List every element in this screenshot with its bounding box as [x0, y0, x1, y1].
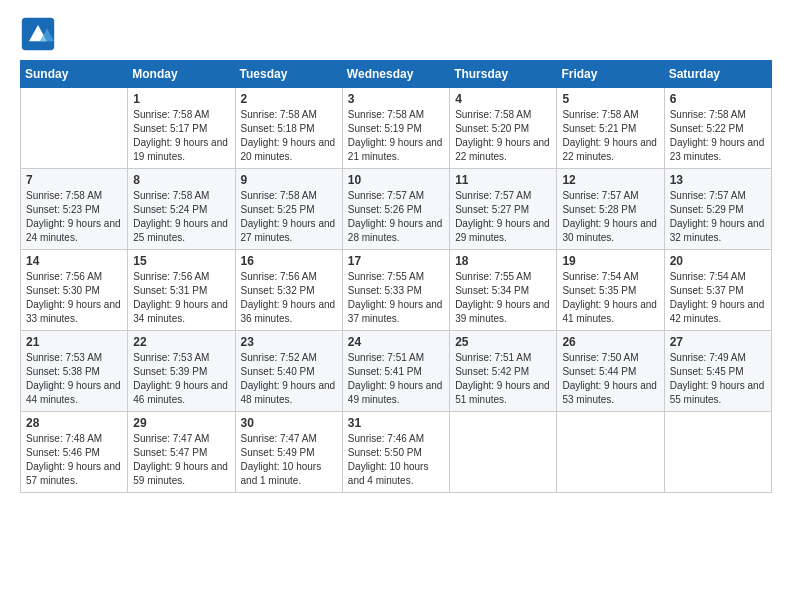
day-info: Sunrise: 7:48 AM Sunset: 5:46 PM Dayligh…: [26, 432, 122, 488]
day-info: Sunrise: 7:56 AM Sunset: 5:30 PM Dayligh…: [26, 270, 122, 326]
day-number: 4: [455, 92, 551, 106]
day-cell: 31 Sunrise: 7:46 AM Sunset: 5:50 PM Dayl…: [342, 412, 449, 493]
day-number: 22: [133, 335, 229, 349]
calendar: SundayMondayTuesdayWednesdayThursdayFrid…: [20, 60, 772, 493]
day-number: 26: [562, 335, 658, 349]
day-number: 24: [348, 335, 444, 349]
day-info: Sunrise: 7:57 AM Sunset: 5:28 PM Dayligh…: [562, 189, 658, 245]
week-row-5: 28 Sunrise: 7:48 AM Sunset: 5:46 PM Dayl…: [21, 412, 772, 493]
day-cell: 12 Sunrise: 7:57 AM Sunset: 5:28 PM Dayl…: [557, 169, 664, 250]
day-info: Sunrise: 7:58 AM Sunset: 5:22 PM Dayligh…: [670, 108, 766, 164]
header: [20, 16, 772, 52]
day-number: 13: [670, 173, 766, 187]
day-number: 14: [26, 254, 122, 268]
header-row: SundayMondayTuesdayWednesdayThursdayFrid…: [21, 61, 772, 88]
day-cell: 3 Sunrise: 7:58 AM Sunset: 5:19 PM Dayli…: [342, 88, 449, 169]
day-cell: 18 Sunrise: 7:55 AM Sunset: 5:34 PM Dayl…: [450, 250, 557, 331]
day-number: 2: [241, 92, 337, 106]
day-cell: [450, 412, 557, 493]
day-cell: 26 Sunrise: 7:50 AM Sunset: 5:44 PM Dayl…: [557, 331, 664, 412]
day-cell: 23 Sunrise: 7:52 AM Sunset: 5:40 PM Dayl…: [235, 331, 342, 412]
day-cell: 1 Sunrise: 7:58 AM Sunset: 5:17 PM Dayli…: [128, 88, 235, 169]
day-cell: 19 Sunrise: 7:54 AM Sunset: 5:35 PM Dayl…: [557, 250, 664, 331]
day-number: 10: [348, 173, 444, 187]
day-info: Sunrise: 7:46 AM Sunset: 5:50 PM Dayligh…: [348, 432, 444, 488]
day-info: Sunrise: 7:57 AM Sunset: 5:26 PM Dayligh…: [348, 189, 444, 245]
day-cell: [664, 412, 771, 493]
day-info: Sunrise: 7:50 AM Sunset: 5:44 PM Dayligh…: [562, 351, 658, 407]
day-info: Sunrise: 7:58 AM Sunset: 5:23 PM Dayligh…: [26, 189, 122, 245]
day-number: 8: [133, 173, 229, 187]
day-number: 7: [26, 173, 122, 187]
day-header-wednesday: Wednesday: [342, 61, 449, 88]
day-number: 25: [455, 335, 551, 349]
logo-icon: [20, 16, 56, 52]
day-number: 17: [348, 254, 444, 268]
day-info: Sunrise: 7:54 AM Sunset: 5:37 PM Dayligh…: [670, 270, 766, 326]
day-cell: 17 Sunrise: 7:55 AM Sunset: 5:33 PM Dayl…: [342, 250, 449, 331]
day-info: Sunrise: 7:58 AM Sunset: 5:25 PM Dayligh…: [241, 189, 337, 245]
day-number: 3: [348, 92, 444, 106]
day-cell: 29 Sunrise: 7:47 AM Sunset: 5:47 PM Dayl…: [128, 412, 235, 493]
day-info: Sunrise: 7:55 AM Sunset: 5:34 PM Dayligh…: [455, 270, 551, 326]
day-number: 1: [133, 92, 229, 106]
day-cell: 10 Sunrise: 7:57 AM Sunset: 5:26 PM Dayl…: [342, 169, 449, 250]
day-cell: 25 Sunrise: 7:51 AM Sunset: 5:42 PM Dayl…: [450, 331, 557, 412]
day-cell: 28 Sunrise: 7:48 AM Sunset: 5:46 PM Dayl…: [21, 412, 128, 493]
day-info: Sunrise: 7:58 AM Sunset: 5:20 PM Dayligh…: [455, 108, 551, 164]
day-cell: 21 Sunrise: 7:53 AM Sunset: 5:38 PM Dayl…: [21, 331, 128, 412]
day-header-monday: Monday: [128, 61, 235, 88]
day-cell: 13 Sunrise: 7:57 AM Sunset: 5:29 PM Dayl…: [664, 169, 771, 250]
day-info: Sunrise: 7:57 AM Sunset: 5:27 PM Dayligh…: [455, 189, 551, 245]
day-number: 15: [133, 254, 229, 268]
day-cell: 14 Sunrise: 7:56 AM Sunset: 5:30 PM Dayl…: [21, 250, 128, 331]
day-number: 6: [670, 92, 766, 106]
day-cell: 16 Sunrise: 7:56 AM Sunset: 5:32 PM Dayl…: [235, 250, 342, 331]
day-info: Sunrise: 7:58 AM Sunset: 5:24 PM Dayligh…: [133, 189, 229, 245]
day-cell: 22 Sunrise: 7:53 AM Sunset: 5:39 PM Dayl…: [128, 331, 235, 412]
day-info: Sunrise: 7:58 AM Sunset: 5:19 PM Dayligh…: [348, 108, 444, 164]
day-cell: 9 Sunrise: 7:58 AM Sunset: 5:25 PM Dayli…: [235, 169, 342, 250]
day-cell: [21, 88, 128, 169]
day-info: Sunrise: 7:55 AM Sunset: 5:33 PM Dayligh…: [348, 270, 444, 326]
day-number: 28: [26, 416, 122, 430]
day-header-tuesday: Tuesday: [235, 61, 342, 88]
day-header-thursday: Thursday: [450, 61, 557, 88]
day-cell: 15 Sunrise: 7:56 AM Sunset: 5:31 PM Dayl…: [128, 250, 235, 331]
day-number: 5: [562, 92, 658, 106]
day-info: Sunrise: 7:52 AM Sunset: 5:40 PM Dayligh…: [241, 351, 337, 407]
day-number: 12: [562, 173, 658, 187]
day-number: 19: [562, 254, 658, 268]
day-header-saturday: Saturday: [664, 61, 771, 88]
day-cell: 2 Sunrise: 7:58 AM Sunset: 5:18 PM Dayli…: [235, 88, 342, 169]
day-info: Sunrise: 7:51 AM Sunset: 5:41 PM Dayligh…: [348, 351, 444, 407]
day-cell: 4 Sunrise: 7:58 AM Sunset: 5:20 PM Dayli…: [450, 88, 557, 169]
day-number: 11: [455, 173, 551, 187]
day-number: 23: [241, 335, 337, 349]
day-header-sunday: Sunday: [21, 61, 128, 88]
day-number: 30: [241, 416, 337, 430]
day-info: Sunrise: 7:54 AM Sunset: 5:35 PM Dayligh…: [562, 270, 658, 326]
day-cell: 24 Sunrise: 7:51 AM Sunset: 5:41 PM Dayl…: [342, 331, 449, 412]
day-info: Sunrise: 7:47 AM Sunset: 5:47 PM Dayligh…: [133, 432, 229, 488]
day-number: 16: [241, 254, 337, 268]
logo: [20, 16, 60, 52]
day-number: 9: [241, 173, 337, 187]
day-number: 20: [670, 254, 766, 268]
week-row-1: 1 Sunrise: 7:58 AM Sunset: 5:17 PM Dayli…: [21, 88, 772, 169]
day-cell: 6 Sunrise: 7:58 AM Sunset: 5:22 PM Dayli…: [664, 88, 771, 169]
day-info: Sunrise: 7:53 AM Sunset: 5:38 PM Dayligh…: [26, 351, 122, 407]
day-info: Sunrise: 7:57 AM Sunset: 5:29 PM Dayligh…: [670, 189, 766, 245]
day-cell: 30 Sunrise: 7:47 AM Sunset: 5:49 PM Dayl…: [235, 412, 342, 493]
day-number: 21: [26, 335, 122, 349]
day-cell: [557, 412, 664, 493]
day-cell: 5 Sunrise: 7:58 AM Sunset: 5:21 PM Dayli…: [557, 88, 664, 169]
week-row-2: 7 Sunrise: 7:58 AM Sunset: 5:23 PM Dayli…: [21, 169, 772, 250]
day-info: Sunrise: 7:47 AM Sunset: 5:49 PM Dayligh…: [241, 432, 337, 488]
day-cell: 27 Sunrise: 7:49 AM Sunset: 5:45 PM Dayl…: [664, 331, 771, 412]
day-number: 18: [455, 254, 551, 268]
day-cell: 11 Sunrise: 7:57 AM Sunset: 5:27 PM Dayl…: [450, 169, 557, 250]
day-info: Sunrise: 7:58 AM Sunset: 5:17 PM Dayligh…: [133, 108, 229, 164]
day-info: Sunrise: 7:49 AM Sunset: 5:45 PM Dayligh…: [670, 351, 766, 407]
day-info: Sunrise: 7:58 AM Sunset: 5:18 PM Dayligh…: [241, 108, 337, 164]
